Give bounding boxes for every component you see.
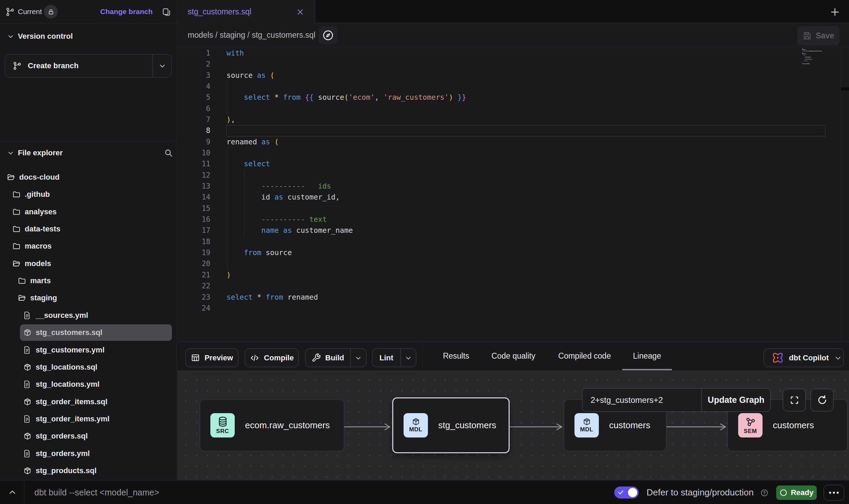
toggle-knob [628, 488, 637, 497]
build-button[interactable]: Build [305, 349, 350, 367]
file-search-button[interactable] [161, 145, 176, 161]
code-line-3: source as ( [226, 70, 275, 81]
new-tab-button[interactable] [829, 6, 841, 18]
line-number: 15 [186, 203, 210, 214]
lineage-search-input[interactable]: 2+stg_customers+2 [582, 388, 701, 411]
node-label: stg_customers [438, 420, 496, 431]
lineage-panel[interactable]: SRCecom.raw_customersMDLstg_customersMDL… [177, 370, 849, 480]
more-options-button[interactable] [824, 485, 844, 501]
create-branch-button[interactable]: Create branch [5, 55, 152, 77]
tree-item-label: macros [25, 238, 51, 255]
tree-item-label: stg_customers.yml [36, 341, 105, 359]
code-line-9: renamed as ( [226, 136, 279, 147]
cube-icon [23, 467, 32, 475]
scrollbar-gutter [840, 47, 841, 341]
close-icon [296, 8, 304, 16]
preview-label: Preview [205, 353, 233, 362]
defer-toggle[interactable] [614, 487, 639, 499]
copilot-file-button[interactable] [319, 26, 337, 44]
save-button[interactable]: Save [797, 26, 840, 45]
file-tree-item-stg-order-items-sql[interactable]: stg_order_items.sql [0, 393, 177, 410]
file-tree-item-docs-cloud[interactable]: docs-cloud [0, 169, 177, 186]
wrench-icon [312, 353, 321, 362]
dbt-copilot-button[interactable]: dbt Copilot [764, 348, 844, 367]
branch-locked-badge [44, 5, 58, 19]
lineage-node-ecom-raw-customers[interactable]: SRCecom.raw_customers [200, 399, 344, 451]
line-number: 12 [186, 170, 210, 181]
file-tree-item-staging[interactable]: staging [0, 289, 177, 307]
file-explorer-collapse-button[interactable] [5, 145, 16, 161]
file-tree-item-analyses[interactable]: analyses [0, 203, 177, 220]
tab-close-button[interactable] [296, 8, 305, 16]
results-tab-results[interactable]: Results [434, 342, 478, 370]
collapse-panel-button[interactable] [0, 480, 25, 504]
file-tree-item-stg-orders-yml[interactable]: stg_orders.yml [0, 445, 177, 462]
line-number: 23 [186, 292, 210, 303]
file-icon [23, 415, 31, 423]
minimap[interactable] [802, 48, 826, 69]
file-explorer-title: File explorer [18, 145, 63, 161]
file-tree-item--github[interactable]: .github [0, 186, 177, 203]
folder-open-icon [18, 294, 26, 302]
tree-item-label: stg_customers.sql [36, 324, 102, 341]
build-dropdown-button[interactable] [351, 349, 366, 367]
refresh-icon [817, 395, 828, 406]
code-line-5: select * from {{ source('ecom', 'raw_cus… [226, 92, 466, 103]
line-number: 10 [186, 147, 210, 158]
code-line-17: name as customer_name [226, 225, 353, 236]
folder-icon [12, 208, 21, 216]
code-editor[interactable]: 123456789101112131415161718192021222324 … [177, 47, 849, 341]
version-control-collapse-button[interactable] [5, 28, 16, 45]
lineage-node-stg-customers[interactable]: MDLstg_customers [392, 397, 510, 453]
compass-icon [322, 29, 335, 42]
file-tree-item-stg-order-items-yml[interactable]: stg_order_items.yml [0, 410, 177, 428]
file-tree-item-marts[interactable]: marts [0, 272, 177, 289]
line-number: 9 [186, 136, 210, 147]
results-tab-lineage[interactable]: Lineage [628, 342, 666, 370]
ide-status-badge[interactable]: Ready [776, 485, 817, 500]
file-explorer-header: File explorer [0, 145, 177, 161]
results-tab-compiled-code[interactable]: Compiled code [551, 342, 618, 370]
lineage-refresh-button[interactable] [811, 389, 834, 411]
cube-icon [23, 328, 32, 337]
file-tree-item-stg-locations-yml[interactable]: stg_locations.yml [0, 376, 177, 393]
file-icon [23, 311, 31, 320]
file-tree-item-stg-customers-yml[interactable]: stg_customers.yml [0, 341, 177, 359]
node-label: customers [773, 420, 814, 431]
version-control-header: Version control [0, 28, 177, 45]
file-tree-item-stg-products-sql[interactable]: stg_products.sql [0, 462, 177, 479]
file-tree-item-models[interactable]: models [0, 255, 177, 272]
tab-strip: stg_customers.sql [177, 0, 849, 23]
compile-button[interactable]: Compile [245, 348, 299, 367]
file-tree-item-macros[interactable]: macros [0, 238, 177, 255]
tab-stg-customers-sql[interactable]: stg_customers.sql [177, 0, 315, 23]
file-tree-item-stg-orders-sql[interactable]: stg_orders.sql [0, 428, 177, 445]
line-number: 3 [186, 70, 210, 81]
dbt-copilot-icon [771, 351, 784, 364]
create-branch-dropdown-button[interactable] [153, 55, 172, 77]
results-tab-code-quality[interactable]: Code quality [484, 342, 543, 370]
fullscreen-icon [789, 395, 800, 405]
code-line-19: from source [226, 247, 292, 258]
update-graph-button[interactable]: Update Graph [702, 388, 770, 411]
lint-button[interactable]: Lint [372, 349, 400, 367]
scrollbar-marker[interactable] [841, 87, 849, 91]
change-branch-button[interactable]: Change branch [100, 0, 153, 23]
file-tree-item-stg-locations-sql[interactable]: stg_locations.sql [0, 359, 177, 376]
tree-item-label: stg_orders.yml [36, 445, 90, 462]
file-tree-item--sources-yml[interactable]: __sources.yml [0, 307, 177, 324]
folder-icon [12, 190, 21, 199]
code-line-21: ) [226, 269, 231, 280]
file-tree-item-data-tests[interactable]: data-tests [0, 220, 177, 238]
lint-dropdown-button[interactable] [401, 349, 416, 367]
code-line-13: ---------- ids [226, 181, 331, 192]
help-icon[interactable]: ? [760, 489, 768, 496]
preview-button[interactable]: Preview [185, 348, 239, 367]
file-tree-item-stg-customers-sql[interactable]: stg_customers.sql [0, 324, 177, 341]
command-input[interactable]: dbt build --select <model_name> [34, 480, 159, 504]
lineage-fullscreen-button[interactable] [783, 389, 806, 411]
copy-branch-button[interactable] [160, 5, 173, 19]
git-branch-icon [13, 61, 22, 70]
line-number: 13 [186, 181, 210, 192]
folder-icon [12, 225, 21, 233]
